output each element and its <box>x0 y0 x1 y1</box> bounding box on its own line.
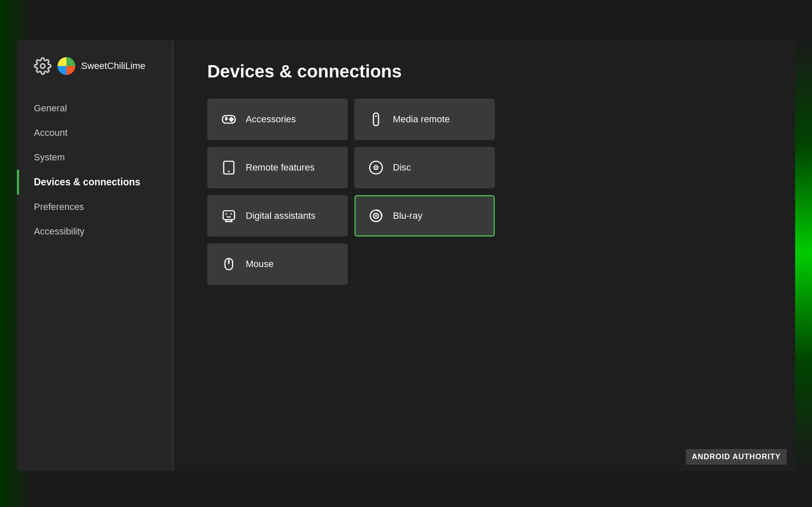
remote-icon <box>368 112 384 127</box>
sidebar-item-accessibility[interactable]: Accessibility <box>17 219 172 244</box>
main-content: Devices & connections <box>173 40 795 471</box>
assistant-icon <box>221 208 236 223</box>
media-remote-label: Media remote <box>393 114 450 125</box>
watermark: ANDROID AUTHORITY <box>686 449 787 465</box>
sidebar-item-system[interactable]: System <box>17 145 172 170</box>
svg-point-9 <box>231 120 232 121</box>
mouse-label: Mouse <box>246 259 274 270</box>
sidebar-navigation: General Account System Devices & connect… <box>17 92 172 244</box>
sidebar: SweetChiliLime General Account System De… <box>17 40 173 471</box>
tablet-icon <box>221 160 236 175</box>
remote-features-label: Remote features <box>246 162 315 173</box>
blu-ray-label: Blu-ray <box>393 210 422 221</box>
digital-assistants-label: Digital assistants <box>246 210 315 221</box>
sidebar-item-account[interactable]: Account <box>17 121 172 145</box>
svg-point-25 <box>375 215 377 217</box>
svg-rect-22 <box>231 213 232 215</box>
svg-point-16 <box>376 167 377 168</box>
sidebar-item-general[interactable]: General <box>17 96 172 121</box>
sidebar-item-preferences[interactable]: Preferences <box>17 195 172 219</box>
grid-item-digital-assistants[interactable]: Digital assistants <box>207 195 348 237</box>
disc-icon <box>368 160 384 175</box>
svg-rect-17 <box>223 211 235 220</box>
devices-grid: Accessories Media remote <box>207 99 495 285</box>
disc-label: Disc <box>393 162 411 173</box>
svg-point-0 <box>41 64 45 69</box>
grid-item-blu-ray[interactable]: Blu-ray <box>354 195 495 237</box>
gamepad-icon <box>221 112 236 127</box>
sidebar-header: SweetChiliLime <box>17 57 172 92</box>
grid-item-remote-features[interactable]: Remote features <box>207 147 348 188</box>
svg-rect-21 <box>226 213 227 215</box>
username-label: SweetChiliLime <box>81 61 145 72</box>
page-title: Devices & connections <box>207 61 761 82</box>
sidebar-item-devices[interactable]: Devices & connections <box>17 170 172 195</box>
settings-icon <box>34 57 52 75</box>
mouse-icon <box>221 256 236 272</box>
grid-item-disc[interactable]: Disc <box>354 147 495 188</box>
tv-frame: SweetChiliLime General Account System De… <box>17 40 795 471</box>
accessories-label: Accessories <box>246 114 296 125</box>
svg-rect-10 <box>373 113 379 126</box>
grid-item-accessories[interactable]: Accessories <box>207 99 348 140</box>
grid-item-media-remote[interactable]: Media remote <box>354 99 495 140</box>
grid-item-mouse[interactable]: Mouse <box>207 243 348 285</box>
bluray-icon <box>368 208 384 223</box>
user-avatar <box>58 57 75 75</box>
